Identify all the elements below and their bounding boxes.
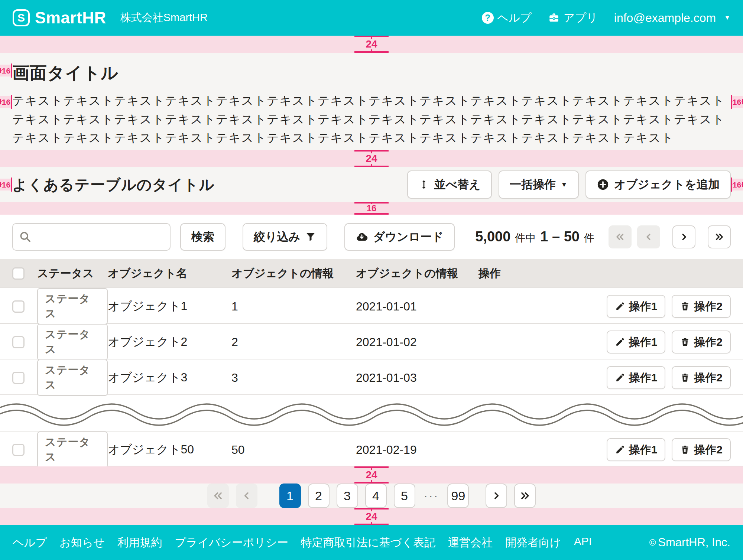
plus-circle-icon: [597, 178, 609, 191]
row-action2-button[interactable]: 操作2: [672, 366, 731, 389]
column-header-name: オブジェクト名: [108, 266, 231, 281]
row-action2-button[interactable]: 操作2: [672, 331, 731, 354]
app-header: S SmartHR 株式会社SmartHR ? ヘルプ アプリ info@exa…: [0, 0, 743, 36]
bulk-actions-label: 一括操作: [510, 177, 556, 192]
footer-link[interactable]: ヘルプ: [13, 535, 47, 550]
spacing-ruler-16-title-left: 16: [0, 65, 12, 76]
row-action2-button[interactable]: 操作2: [672, 295, 731, 318]
double-chevron-right-icon: [519, 490, 531, 501]
spacing-band-section-gap: 16: [0, 202, 743, 215]
footer-link[interactable]: 運営会社: [448, 535, 493, 550]
trash-icon: [680, 445, 690, 455]
first-page-button[interactable]: [609, 225, 632, 248]
footer-link[interactable]: 利用規約: [117, 535, 162, 550]
object-name: オブジェクト2: [108, 334, 231, 350]
row-checkbox[interactable]: [12, 372, 25, 384]
result-range-unit: 件: [584, 231, 594, 245]
select-all-checkbox[interactable]: [12, 267, 25, 280]
smarthr-logo[interactable]: S SmartHR: [13, 9, 106, 27]
filter-button[interactable]: 絞り込み: [243, 223, 327, 251]
object-info-1: 50: [231, 443, 356, 457]
pencil-icon: [615, 301, 625, 312]
object-name: オブジェクト3: [108, 369, 231, 386]
page-button[interactable]: 3: [337, 484, 358, 508]
spacing-ruler-16: 16: [354, 202, 389, 215]
footer-link[interactable]: API: [574, 535, 592, 550]
row-action2-label: 操作2: [694, 370, 723, 385]
column-header-info2: オブジェクトの情報: [356, 266, 478, 281]
section-title: よくあるテーブルのタイトル: [12, 175, 214, 195]
row-checkbox[interactable]: [12, 300, 25, 313]
row-action1-button[interactable]: 操作1: [607, 366, 666, 389]
pencil-icon: [615, 445, 625, 455]
column-header-status: ステータス: [37, 266, 108, 281]
status-badge: ステータス: [37, 359, 108, 396]
next-page-button[interactable]: [672, 225, 695, 248]
page-button-last-number[interactable]: 99: [447, 484, 469, 508]
next-page-button[interactable]: [486, 484, 507, 508]
object-table: ステータス オブジェクト名 オブジェクトの情報 オブジェクトの情報 操作 ステー…: [0, 259, 743, 466]
result-total: 5,000: [475, 229, 510, 245]
spacing-band-header-gap: 24: [0, 36, 743, 53]
bulk-actions-button[interactable]: 一括操作 ▼: [499, 170, 579, 199]
table-row: ステータス オブジェクト50 50 2021-02-19 操作1: [0, 431, 743, 466]
row-action2-label: 操作2: [694, 442, 723, 458]
double-chevron-left-icon: [212, 490, 224, 501]
footer-link[interactable]: 開発者向け: [505, 535, 561, 550]
apps-link[interactable]: アプリ: [548, 10, 598, 26]
row-action1-button[interactable]: 操作1: [607, 295, 666, 318]
bottom-pagination: 1 2 3 4 5 ··· 99: [0, 484, 743, 508]
download-button[interactable]: ダウンロード: [344, 223, 455, 251]
account-menu[interactable]: info@example.com ▼: [614, 11, 730, 25]
trash-icon: [680, 372, 690, 383]
chevron-down-icon: ▼: [724, 14, 730, 22]
page-button[interactable]: 2: [308, 484, 330, 508]
search-button[interactable]: 検索: [180, 223, 226, 251]
sort-button[interactable]: 並べ替え: [407, 170, 492, 199]
spacing-ruler-24: 24: [354, 466, 389, 484]
prev-page-button[interactable]: [637, 225, 660, 248]
row-checkbox[interactable]: [12, 336, 25, 348]
wave-icon: [0, 395, 743, 431]
row-action1-button[interactable]: 操作1: [607, 438, 666, 461]
prev-page-button[interactable]: [236, 484, 257, 508]
search-input[interactable]: [12, 223, 171, 251]
table-row: ステータス オブジェクト2 2 2021-01-02 操作1: [0, 323, 743, 359]
spacing-ruler-24: 24: [354, 508, 389, 525]
footer-link[interactable]: プライバシーポリシー: [175, 535, 288, 550]
page-title-block: 16 画面タイトル: [0, 53, 743, 87]
table-header-row: ステータス オブジェクト名 オブジェクトの情報 オブジェクトの情報 操作: [0, 259, 743, 287]
row-action1-label: 操作1: [629, 299, 658, 314]
chevron-left-icon: [643, 232, 654, 242]
chevron-right-icon: [491, 490, 502, 501]
trash-icon: [680, 301, 690, 312]
footer-link[interactable]: お知らせ: [59, 535, 105, 550]
app-footer: ヘルプ お知らせ 利用規約 プライバシーポリシー 特定商取引法に基づく表記 運営…: [0, 525, 743, 560]
add-object-button[interactable]: オブジェクトを追加: [585, 170, 731, 199]
spacing-band-description-gap: 24: [0, 150, 743, 167]
page-button[interactable]: 4: [365, 484, 387, 508]
last-page-button[interactable]: [514, 484, 536, 508]
briefcase-icon: [548, 12, 560, 24]
chevron-down-icon: ▼: [561, 180, 568, 189]
copyright-symbol: ©: [649, 537, 656, 548]
row-action1-button[interactable]: 操作1: [607, 331, 666, 354]
row-action2-button[interactable]: 操作2: [672, 438, 731, 461]
last-page-button[interactable]: [708, 225, 731, 248]
chevron-right-icon: [679, 232, 689, 242]
truncation-wave-separator: [0, 394, 743, 431]
first-page-button[interactable]: [207, 484, 229, 508]
spacing-ruler-16-section-right: 16: [731, 179, 743, 191]
object-info-1: 1: [231, 300, 356, 313]
result-count: 5,000 件中 1 – 50 件: [475, 229, 594, 245]
spacing-ruler-16-section-left: 16: [0, 179, 12, 191]
page-button[interactable]: 5: [394, 484, 415, 508]
row-checkbox[interactable]: [12, 444, 25, 456]
page-button-current[interactable]: 1: [279, 484, 301, 508]
footer-link[interactable]: 特定商取引法に基づく表記: [301, 535, 435, 550]
account-email: info@example.com: [614, 11, 716, 25]
spacing-ruler-16-desc-right: 16: [731, 96, 743, 108]
smarthr-logo-icon: S: [13, 9, 30, 26]
help-label: ヘルプ: [497, 10, 532, 26]
help-link[interactable]: ? ヘルプ: [482, 10, 532, 26]
